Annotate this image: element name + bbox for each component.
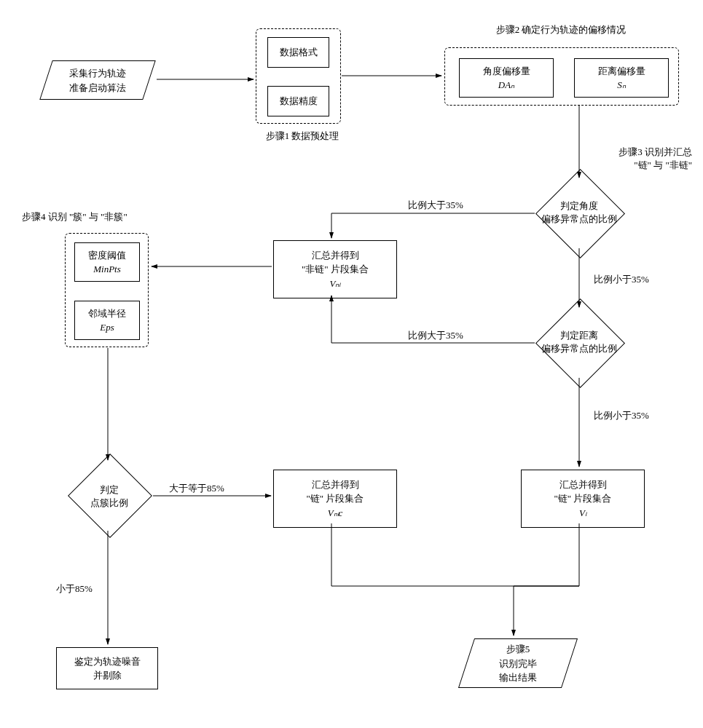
lbl-lt35-b: 比例小于35% — [594, 409, 649, 422]
end-node: 步骤5识别完毕输出结果 — [458, 638, 578, 688]
step1-box-a: 数据格式 — [267, 37, 329, 68]
start-l2: 准备启动算法 — [69, 82, 126, 92]
step3-title: 步骤3 识别并汇总"链" 与 "非链" — [546, 146, 692, 172]
step1-box-b: 数据精度 — [267, 86, 329, 116]
start-node: 采集行为轨迹准备启动算法 — [39, 60, 156, 100]
vnl-box: 汇总并得到 "非链" 片段集合 Vₙₗ — [273, 240, 397, 298]
start-l1: 采集行为轨迹 — [69, 68, 126, 79]
vl-box: 汇总并得到 "链" 片段集合 Vₗ — [521, 470, 645, 528]
step4-box-a: 密度阈值MinPts — [74, 242, 140, 282]
lbl-lt85: 小于85% — [56, 582, 93, 596]
lbl-lt35-a: 比例小于35% — [594, 273, 649, 286]
step4-box-b: 邻域半径Eps — [74, 301, 140, 340]
noise-box: 鉴定为轨迹噪音 并剔除 — [56, 647, 158, 689]
lbl-gt35-b: 比例大于35% — [408, 329, 463, 342]
step2-title: 步骤2 确定行为轨迹的偏移情况 — [444, 23, 678, 36]
vnlc-box: 汇总并得到 "链" 片段集合 Vₙₗc — [273, 470, 397, 528]
step2-box-b: 距离偏移量Sₙ — [574, 58, 669, 98]
step1-title: 步骤1 数据预处理 — [255, 130, 350, 143]
step4-title: 步骤4 识别 "簇" 与 "非簇" — [22, 210, 189, 223]
lbl-ge85: 大于等于85% — [169, 482, 224, 495]
step2-box-a: 角度偏移量DAₙ — [459, 58, 554, 98]
lbl-gt35-a: 比例大于35% — [408, 199, 463, 212]
